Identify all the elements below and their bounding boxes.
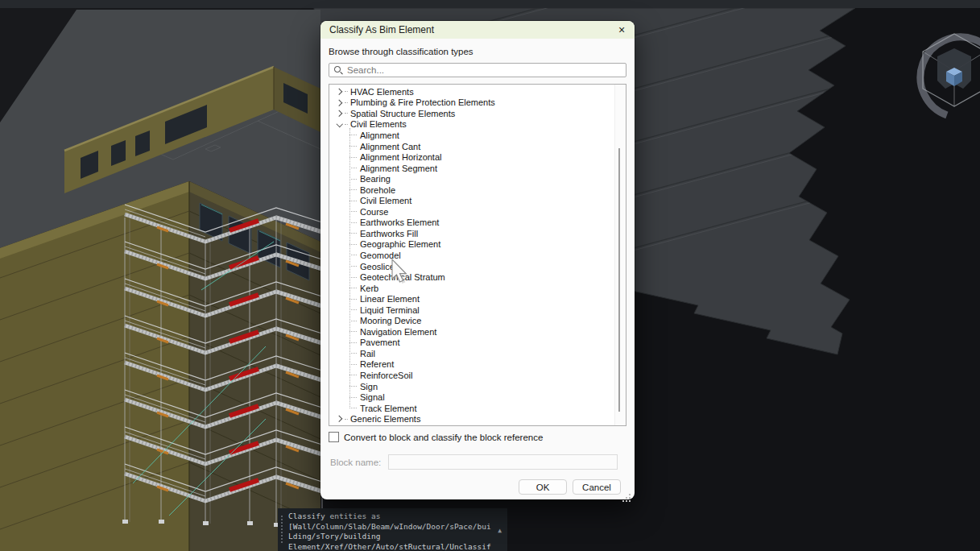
chevron-down-icon <box>337 121 343 127</box>
tree-branch-connector <box>349 288 357 288</box>
tree-item[interactable]: Alignment <box>329 130 626 141</box>
cancel-button[interactable]: Cancel <box>573 479 621 495</box>
tree-item[interactable]: Plumbing & Fire Protection Elements <box>329 97 626 109</box>
browse-label: Browse through classification types <box>329 47 626 56</box>
tree-item[interactable]: Rail <box>329 348 626 359</box>
tree-item[interactable]: Geographic Element <box>329 239 626 251</box>
tree-item-label: Bearing <box>360 174 391 184</box>
block-name-label: Block name: <box>330 458 381 467</box>
tree-branch-connector <box>349 277 357 278</box>
convert-checkbox[interactable] <box>329 432 339 442</box>
tree-item-label: Alignment Horizontal <box>360 152 442 162</box>
tree-item[interactable]: ReinforceSoil <box>329 370 626 381</box>
tree-item-label: Earthworks Fill <box>360 228 418 238</box>
tree-item-label: HVAC Elements <box>350 86 414 96</box>
tree-item[interactable]: Earthworks Element <box>329 218 626 229</box>
tree-item-label: Geomodel <box>360 250 401 259</box>
tree-item[interactable]: Signal <box>329 392 626 403</box>
tree-item-label: Plumbing & Fire Protection Elements <box>350 97 495 107</box>
close-icon[interactable]: × <box>615 23 628 36</box>
tree-branch-connector <box>349 299 357 300</box>
scroll-up-icon[interactable]: ▲ <box>498 528 502 534</box>
command-history: Classify entities as[Wall/Column/Slab/Be… <box>288 512 502 551</box>
search-icon <box>334 66 342 74</box>
tree-item[interactable]: Civil Elements <box>329 119 626 130</box>
tree-item-label: Generic Elements <box>350 414 420 424</box>
tree-item[interactable]: Generic Elements <box>329 413 626 425</box>
command-line-panel[interactable]: Classify entities as[Wall/Column/Slab/Be… <box>278 508 507 551</box>
block-name-input[interactable] <box>388 454 618 470</box>
tree-item-label: Navigation Element <box>360 326 436 336</box>
tree-item-label: Alignment Segment <box>360 163 437 172</box>
tree-item-label: Earthworks Element <box>360 218 439 227</box>
tree-item-label: Signal <box>360 392 385 402</box>
tree-item-label: Rail <box>360 348 375 358</box>
chevron-right-icon <box>336 110 342 117</box>
tree-item-label: Alignment Cant <box>360 141 420 151</box>
tree-branch-connector <box>349 189 357 190</box>
tree-item-label: Sign <box>360 381 378 391</box>
tree-item[interactable]: Referent <box>329 359 626 371</box>
tree-branch-connector <box>349 168 357 168</box>
classification-tree[interactable]: HVAC ElementsPlumbing & Fire Protection … <box>329 84 626 426</box>
tree-branch-connector <box>349 179 357 180</box>
tree-item-label: Course <box>360 206 388 216</box>
tree-item-label: Geographic Element <box>360 239 440 249</box>
tree-branch-connector <box>349 364 357 365</box>
tree-item[interactable]: Alignment Horizontal <box>329 151 626 163</box>
search-box[interactable] <box>329 63 626 77</box>
tree-item-label: Track Element <box>360 403 417 412</box>
tree-item[interactable]: Geotechnical Stratum <box>329 271 626 283</box>
tree-stub <box>345 102 348 103</box>
tree-item[interactable]: Earthworks Fill <box>329 228 626 239</box>
tree-item[interactable]: Course <box>329 206 626 218</box>
tree-item[interactable]: Civil Element <box>329 195 626 206</box>
tree-item[interactable]: Alignment Cant <box>329 141 626 152</box>
tree-branch-connector <box>349 321 357 321</box>
tree-branch-connector <box>349 342 357 343</box>
search-input[interactable] <box>347 65 621 75</box>
tree-stub <box>345 113 348 114</box>
tree-item-label: Kerb <box>360 283 378 292</box>
tree-item[interactable]: Spatial Structure Elements <box>329 108 626 119</box>
command-line-text: Element/Xref/Other/Auto/stRuctural/Uncla… <box>288 542 502 551</box>
tree-item[interactable]: Geoslice <box>329 261 626 272</box>
tree-item[interactable]: Kerb <box>329 283 626 294</box>
tree-item[interactable]: Geomodel <box>329 250 626 261</box>
tree-branch-connector <box>349 201 357 201</box>
tree-item[interactable]: Navigation Element <box>329 326 626 338</box>
tree-item-label: Linear Element <box>360 294 420 304</box>
tree-item[interactable]: Sign <box>329 381 626 392</box>
convert-checkbox-row[interactable]: Convert to block and classify the block … <box>329 432 626 442</box>
tree-item[interactable]: Linear Element <box>329 293 626 304</box>
command-panel-grip[interactable] <box>281 516 283 543</box>
tree-stub <box>345 419 348 420</box>
chevron-right-icon <box>336 416 342 422</box>
tree-branch-connector <box>349 375 357 375</box>
tree-item[interactable]: HVAC Elements <box>329 86 626 97</box>
tree-branch-connector <box>349 146 357 147</box>
chevron-right-icon <box>336 89 342 95</box>
tree-item-label: Mooring Device <box>360 316 421 325</box>
tree-item[interactable]: Pavement <box>329 338 626 349</box>
command-line-text: Classify entities as <box>288 512 502 522</box>
dialog-titlebar[interactable]: Classify As Bim Element × <box>320 21 635 39</box>
scrollbar-thumb[interactable] <box>618 148 620 412</box>
tree-item[interactable]: Bearing <box>329 173 626 184</box>
resize-grip[interactable] <box>629 494 631 495</box>
tree-item[interactable]: Alignment Segment <box>329 163 626 174</box>
tree-item[interactable]: Mooring Device <box>329 315 626 326</box>
tree-branch-connector <box>349 408 357 408</box>
tree-branch-connector <box>349 255 357 255</box>
scrollbar-track[interactable] <box>614 85 626 425</box>
window-top-bar <box>0 0 980 8</box>
tree-branch-connector <box>349 309 357 310</box>
tree-branch-connector <box>349 386 357 387</box>
tree-item[interactable]: Liquid Terminal <box>329 304 626 316</box>
tree-item[interactable]: Borehole <box>329 184 626 196</box>
tree-item-label: Referent <box>360 359 394 369</box>
tree-branch-connector <box>349 266 357 267</box>
tree-branch-connector <box>349 397 357 398</box>
tree-item[interactable]: Track Element <box>329 403 626 414</box>
ok-button[interactable]: OK <box>519 479 567 495</box>
